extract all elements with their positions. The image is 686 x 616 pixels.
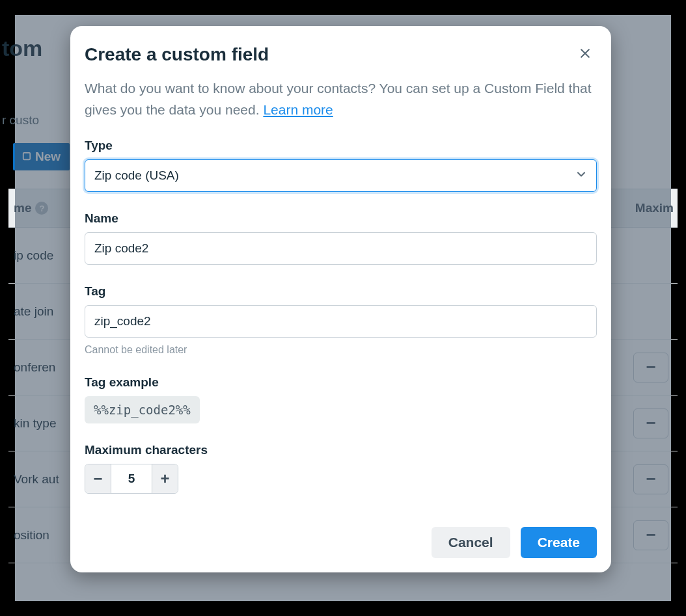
max-chars-label: Maximum characters (85, 443, 597, 457)
create-custom-field-modal: Create a custom field What do you want t… (70, 26, 611, 572)
stepper-value: 5 (111, 464, 152, 493)
modal-footer: Cancel Create (70, 516, 611, 572)
modal-title: Create a custom field (85, 44, 269, 65)
close-button[interactable] (576, 46, 594, 64)
plus-icon: + (160, 470, 169, 488)
modal-body[interactable]: What do you want to know about your cont… (70, 68, 611, 516)
minus-icon: − (93, 470, 102, 488)
close-icon (579, 47, 592, 62)
type-select[interactable]: Zip code (USA) (85, 159, 597, 192)
modal-intro-text: What do you want to know about your cont… (85, 81, 592, 117)
name-input[interactable] (85, 232, 597, 265)
tag-field: Tag Cannot be edited later (85, 284, 597, 356)
modal-header: Create a custom field (70, 26, 611, 68)
stepper-increment[interactable]: + (152, 464, 178, 493)
tag-label: Tag (85, 284, 597, 299)
tag-example-label: Tag example (85, 375, 597, 390)
type-field: Type Zip code (USA) (85, 139, 597, 192)
tag-help-text: Cannot be edited later (85, 344, 597, 356)
create-button[interactable]: Create (521, 527, 597, 558)
tag-example-field: Tag example %%zip_code2%% (85, 375, 597, 423)
max-chars-stepper: − 5 + (85, 464, 178, 494)
chevron-down-icon (575, 168, 588, 183)
tag-input[interactable] (85, 305, 597, 338)
type-label: Type (85, 139, 597, 153)
type-select-value: Zip code (USA) (94, 168, 179, 183)
stepper-decrement[interactable]: − (85, 464, 111, 493)
name-label: Name (85, 211, 597, 226)
cancel-button[interactable]: Cancel (432, 527, 510, 558)
learn-more-link[interactable]: Learn more (263, 102, 333, 117)
modal-intro: What do you want to know about your cont… (85, 78, 597, 120)
tag-example-value: %%zip_code2%% (85, 396, 200, 423)
name-field: Name (85, 211, 597, 265)
max-chars-field: Maximum characters − 5 + (85, 443, 597, 494)
